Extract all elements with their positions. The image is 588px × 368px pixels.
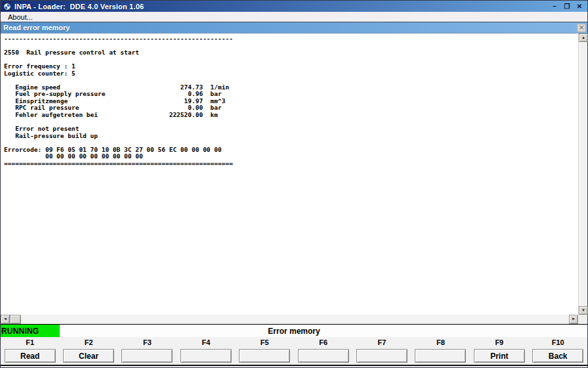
fn-label-f6: F6 [319, 338, 327, 348]
menu-item-about[interactable]: About... [5, 13, 35, 21]
report-close-icon[interactable]: ✕ [577, 24, 586, 32]
fn-label-f5: F5 [261, 338, 269, 348]
function-key-labels: F1 F2 F3 F4 F5 F6 F7 F8 F9 F10 [1, 338, 587, 348]
scroll-down-icon[interactable]: ▼ [579, 306, 588, 315]
f7-button[interactable] [356, 349, 408, 363]
inpa-loader-window: INPA - Loader: DDE 4.0 Version 1.06 – ❐ … [0, 0, 588, 368]
report-body: ----------------------------------------… [1, 34, 578, 315]
fn-label-f4: F4 [201, 338, 210, 348]
horizontal-scroll-thumb[interactable] [10, 315, 21, 324]
report-title: Read error memory [3, 24, 70, 32]
window-bottom-edge [1, 365, 587, 366]
fn-label-f10: F10 [552, 338, 564, 348]
clear-button[interactable]: Clear [63, 349, 114, 363]
fn-label-f9: F9 [495, 338, 503, 348]
window-controls: – ❐ ✕ [551, 3, 583, 11]
read-button[interactable]: Read [5, 349, 56, 363]
scroll-left-icon[interactable]: ◄ [1, 315, 10, 324]
close-icon[interactable]: ✕ [576, 3, 583, 11]
fn-label-f1: F1 [26, 338, 34, 348]
bmw-app-icon [3, 2, 11, 11]
status-bar: RUNNING Error memory [1, 324, 587, 337]
window-title: INPA - Loader: DDE 4.0 Version 1.06 [14, 3, 144, 11]
fn-label-f2: F2 [85, 338, 93, 348]
minimize-icon[interactable]: – [551, 3, 558, 11]
scroll-up-icon[interactable]: ▲ [579, 34, 588, 42]
print-button[interactable]: Print [474, 349, 525, 363]
fn-label-f3: F3 [143, 338, 152, 348]
scrollbar-corner [578, 315, 587, 324]
back-button[interactable]: Back [532, 349, 583, 363]
status-running-badge: RUNNING [1, 325, 60, 337]
menu-bar: About... [1, 12, 587, 22]
fn-label-f7: F7 [378, 338, 387, 348]
horizontal-scroll-track[interactable] [21, 315, 569, 324]
fn-label-f8: F8 [436, 338, 445, 348]
f8-button[interactable] [415, 349, 466, 363]
vertical-scrollbar[interactable]: ▲ ▼ [578, 34, 587, 315]
f5-button[interactable] [239, 349, 290, 363]
title-bar: INPA - Loader: DDE 4.0 Version 1.06 – ❐ … [1, 1, 587, 12]
status-screen-title: Error memory [268, 327, 320, 336]
f3-button[interactable] [121, 349, 173, 363]
f6-button[interactable] [298, 349, 349, 363]
maximize-icon[interactable]: ❐ [563, 3, 571, 11]
bmw-roundel-icon [4, 3, 10, 10]
horizontal-scrollbar[interactable]: ◄ ► [1, 315, 578, 324]
report-caption-bar: Read error memory ✕ [1, 22, 587, 34]
error-report-text: ----------------------------------------… [1, 34, 578, 167]
function-key-buttons: Read Clear Print Back [1, 349, 587, 363]
function-key-panel: F1 F2 F3 F4 F5 F6 F7 F8 F9 F10 Read Clea… [1, 337, 587, 367]
f4-button[interactable] [180, 349, 232, 363]
error-memory-window: Read error memory ✕ --------------------… [1, 22, 587, 324]
scroll-right-icon[interactable]: ► [569, 315, 578, 324]
